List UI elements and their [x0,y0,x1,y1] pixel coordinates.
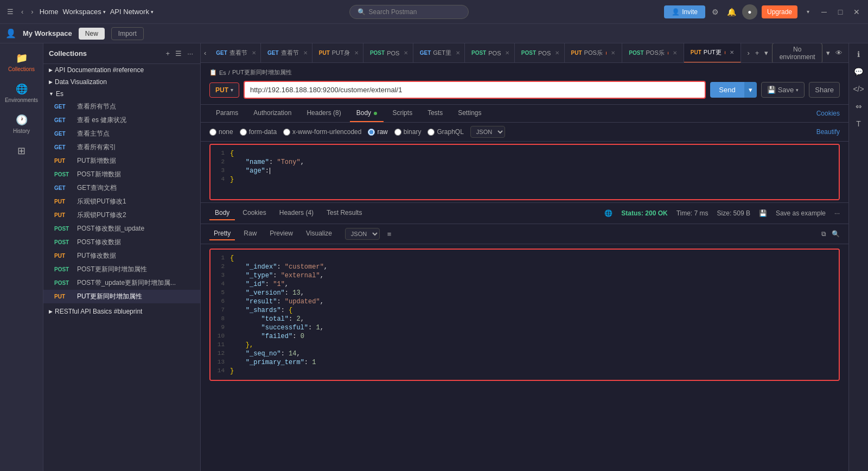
tab-5[interactable]: POST POS ✕ [465,43,515,63]
tree-item-4[interactable]: PUT PUT新增数据 [43,154,200,168]
tab-body[interactable]: Body [350,105,384,122]
tab-close-5[interactable]: ✕ [505,50,509,56]
tree-item-1[interactable]: GET 查看 es 健康状况 [43,113,200,127]
env-dropdown-button[interactable]: ▾ [825,47,832,59]
bell-icon[interactable]: 🔔 [726,6,738,18]
env-settings-button[interactable]: 👁 [834,47,844,59]
beautify-button[interactable]: Beautify [816,128,840,136]
chevron-down-icon[interactable]: ▾ [802,6,814,18]
menu-icon[interactable]: ☰ [5,6,15,17]
sort-icon[interactable]: ☰ [174,48,183,59]
tree-item-13[interactable]: POST POST带_update更新同时增加属... [43,276,200,290]
prev-tab-button[interactable]: ‹ [201,49,209,57]
wrap-icon[interactable]: ≡ [387,230,392,238]
tab-authorization[interactable]: Authorization [247,105,298,122]
new-tab-button[interactable]: + [754,47,761,59]
request-code-editor[interactable]: 1 { 2 "name": "Tony", 3 "age": 4 } [210,145,839,199]
opt-url-encoded[interactable]: x-www-form-urlencoded [283,128,361,136]
search-resp-icon[interactable]: 🔍 [832,230,840,238]
tab-close-8[interactable]: ✕ [673,50,677,56]
back-icon[interactable]: ‹ [20,6,25,17]
url-input[interactable] [244,81,706,99]
tab-2[interactable]: PUT PUT身 ✕ [312,43,363,63]
tree-item-7[interactable]: PUT 乐观锁PUT修改1 [43,195,200,208]
tree-item-2[interactable]: GET 查看主节点 [43,127,200,141]
minimize-icon[interactable]: ─ [818,6,830,18]
tab-close-0[interactable]: ✕ [252,50,256,56]
tab-8[interactable]: POST POS乐 ✕ [622,43,684,63]
opt-none[interactable]: none [209,128,233,136]
tab-9[interactable]: PUT PUT更 ✕ [684,43,742,63]
tab-3[interactable]: POST POS ✕ [363,43,413,63]
tab-close-2[interactable]: ✕ [354,50,359,56]
save-button[interactable]: 💾 Save ▾ [761,82,805,98]
tree-group-es[interactable]: ▼ Es [43,88,200,100]
sidebar-item-environments[interactable]: 🌐 Environments [3,79,41,107]
tab-4[interactable]: GET GET里 ✕ [413,43,465,63]
share-button[interactable]: Share [809,82,840,98]
tab-scripts[interactable]: Scripts [386,105,419,122]
tab-close-6[interactable]: ✕ [555,50,559,56]
api-network-menu[interactable]: API Network ▾ [110,8,154,16]
tree-item-3[interactable]: GET 查看所有索引 [43,141,200,154]
upgrade-button[interactable]: Upgrade [762,5,797,18]
info-icon[interactable]: ℹ [855,48,862,61]
tab-dropdown-button[interactable]: ▾ [763,47,770,59]
tab-settings[interactable]: Settings [451,105,488,122]
resp-raw-tab[interactable]: Raw [239,227,261,240]
more-resp-options[interactable]: ··· [834,209,840,217]
send-dropdown-button[interactable]: ▾ [744,82,757,98]
tab-tests[interactable]: Tests [421,105,449,122]
tree-group-restful[interactable]: ▶ RESTful API Basics #blueprint [43,305,200,317]
tab-close-9[interactable]: ✕ [730,49,734,55]
resp-tab-test-results[interactable]: Test Results [321,206,367,220]
opt-binary[interactable]: binary [394,128,422,136]
resize-icon[interactable]: ⇔ [853,100,864,113]
tree-group-data-viz[interactable]: ▶ Data Visualization [43,76,200,88]
avatar-icon[interactable]: ● [742,4,757,20]
more-options-icon[interactable]: ··· [186,48,195,59]
tab-7[interactable]: PUT POS乐 ✕ [565,43,623,63]
forward-icon[interactable]: › [29,6,35,17]
tab-0[interactable]: GET 查看节 ✕ [209,43,261,63]
tree-group-api-docs[interactable]: ▶ API Documentation #reference [43,64,200,76]
tree-item-5[interactable]: POST POST新增数据 [43,168,200,181]
tree-item-11[interactable]: PUT PUT修改数据 [43,249,200,263]
method-selector[interactable]: PUT ▾ [209,82,239,98]
tab-params[interactable]: Params [209,105,245,122]
sidebar-item-apps[interactable]: ⊞ [3,141,41,161]
next-tab-button[interactable]: › [745,47,751,59]
code-icon[interactable]: </> [851,82,866,96]
tab-close-1[interactable]: ✕ [303,50,308,56]
settings-icon[interactable]: ⚙ [710,6,722,18]
close-icon[interactable]: ✕ [851,6,863,18]
cookies-link[interactable]: Cookies [816,105,840,122]
tab-close-3[interactable]: ✕ [404,50,408,56]
tab-headers[interactable]: Headers (8) [300,105,347,122]
sidebar-item-collections[interactable]: 📁 Collections [3,48,41,77]
resp-tab-headers[interactable]: Headers (4) [274,206,319,220]
resp-preview-tab[interactable]: Preview [265,227,297,240]
sidebar-item-history[interactable]: 🕐 History [3,110,41,138]
copy-icon[interactable]: ⧉ [821,230,826,238]
workspaces-menu[interactable]: Workspaces ▾ [62,8,105,16]
tree-item-14[interactable]: PUT PUT更新同时增加属性 [43,290,200,303]
opt-graphql[interactable]: GraphQL [427,128,463,136]
tab-1[interactable]: GET 查看节 ✕ [261,43,312,63]
tab-6[interactable]: POST POS ✕ [515,43,565,63]
save-example-text[interactable]: Save as example [776,209,826,217]
resp-tab-body[interactable]: Body [209,206,235,220]
tab-close-4[interactable]: ✕ [456,50,460,56]
comments-icon[interactable]: 💬 [852,65,865,78]
tree-item-0[interactable]: GET 查看所有节点 [43,100,200,113]
tree-item-6[interactable]: GET GET查询文档 [43,181,200,195]
no-env-button[interactable]: No environment [772,43,822,63]
opt-raw[interactable]: raw [368,128,387,136]
tab-close-7[interactable]: ✕ [611,50,615,56]
send-button[interactable]: Send [710,82,744,98]
tree-item-8[interactable]: PUT 乐观锁PUT修改2 [43,208,200,222]
resp-tab-cookies[interactable]: Cookies [237,206,271,220]
text-size-icon[interactable]: T [854,117,863,130]
opt-form-data[interactable]: form-data [240,128,277,136]
resp-pretty-tab[interactable]: Pretty [209,227,235,240]
